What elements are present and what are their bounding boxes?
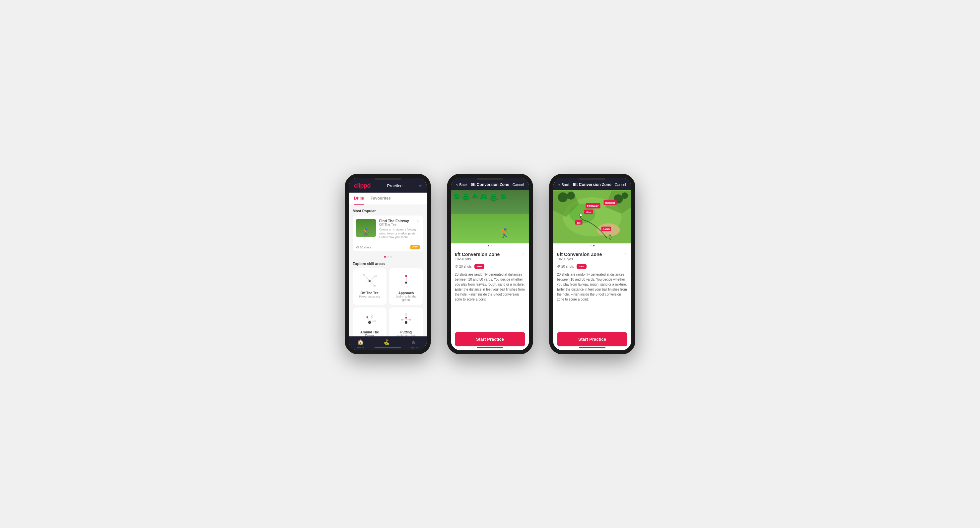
featured-drill-subtitle: Off The Tee: [379, 223, 409, 227]
drill-range-p3: 10-50 yds: [557, 257, 602, 261]
drill-description-p3: 20 shots are randomly generated at dista…: [557, 272, 627, 302]
around-green-icon-area: [360, 311, 380, 329]
shots-label: ⏱ 10 shots: [356, 246, 371, 249]
featured-drill-title: Find The Fairway: [379, 219, 409, 223]
carousel-dots: [353, 255, 423, 259]
skill-card-off-the-tee[interactable]: Off The Tee Power accuracy: [353, 268, 387, 305]
phone3-detail-content: FAIRWAY ROUGH Miss Hit SAND: [553, 190, 631, 350]
svg-line-2: [369, 276, 375, 281]
skill-name-atg: Around The Green: [356, 330, 383, 337]
svg-point-5: [375, 275, 376, 277]
nav-capture-label: Capture: [409, 346, 418, 349]
nav-home-label: Home: [357, 346, 364, 349]
svg-point-28: [558, 192, 568, 202]
drill-info: 6ft Conversion Zone 10-50 yds ☆ ⏱ 20 sho…: [451, 248, 529, 332]
skill-grid: Off The Tee Power accuracy: [353, 268, 423, 337]
off-tee-icon-area: [360, 272, 380, 290]
svg-point-17: [374, 320, 375, 322]
drill-name: 6ft Conversion Zone: [455, 252, 500, 257]
back-button[interactable]: < Back: [456, 183, 468, 187]
svg-point-20: [405, 317, 407, 319]
clock-icon-p3: ⏱: [557, 265, 560, 268]
skill-sub-approach: Dial-in to hit the green: [393, 295, 420, 301]
featured-drill-desc: Create an imaginary fairway using trees …: [379, 228, 420, 239]
svg-text:Miss: Miss: [585, 211, 592, 214]
svg-text:SAND: SAND: [603, 228, 610, 231]
cancel-button-p3[interactable]: Cancel: [615, 183, 626, 187]
featured-footer: ⏱ 10 shots OTT: [353, 243, 423, 251]
skill-name-approach: Approach: [398, 291, 414, 295]
approach-icon-area: [396, 272, 416, 290]
svg-line-1: [364, 275, 369, 281]
golfer-image: 🏌️: [499, 228, 511, 238]
img-dot-2[interactable]: [491, 245, 492, 246]
phone-1: clippd Practice ≡ Drills Favourites Most…: [345, 174, 431, 354]
capture-icon: ⊕: [411, 339, 416, 345]
skill-card-putting[interactable]: Putting Make and lag practice: [389, 308, 423, 337]
skill-card-around-green[interactable]: Around The Green Hone your short game: [353, 308, 387, 337]
skill-sub-putting: Make and lag practice: [393, 334, 420, 337]
nav-capture[interactable]: ⊕ Capture: [409, 339, 418, 349]
scene: clippd Practice ≡ Drills Favourites Most…: [331, 160, 649, 368]
menu-icon[interactable]: ≡: [419, 183, 422, 188]
svg-point-32: [579, 214, 582, 217]
dot-2[interactable]: [387, 256, 389, 258]
drill-range: 10-50 yds: [455, 257, 500, 261]
img-dot-1-p3[interactable]: [590, 245, 592, 246]
app-logo: clippd: [354, 182, 371, 189]
featured-info: Find The Fairway Off The Tee ☆ Create an…: [379, 219, 420, 239]
phone3-header-title: 6ft Conversion Zone: [573, 182, 611, 187]
favourite-star-icon[interactable]: ☆: [416, 219, 420, 228]
drill-shots: ⏱ 20 shots: [455, 265, 472, 268]
skill-name-putting: Putting: [401, 330, 412, 334]
arg-badge: ARG: [474, 264, 484, 269]
tab-favourites[interactable]: Favourites: [371, 193, 391, 204]
featured-drill-card[interactable]: 🏌️ Find The Fairway Off The Tee ☆: [353, 215, 423, 251]
drill-description: 20 shots are randomly generated at dista…: [455, 272, 525, 302]
phone-2: < Back 6ft Conversion Zone Cancel 🌲 🌲 🌲 …: [447, 174, 533, 354]
tab-drills[interactable]: Drills: [354, 193, 364, 204]
svg-point-15: [366, 316, 368, 318]
clock-icon: ⏱: [455, 265, 458, 268]
svg-point-12: [405, 275, 407, 277]
dot-3[interactable]: [390, 256, 392, 258]
svg-point-16: [371, 316, 373, 317]
arg-badge-p3: ARG: [577, 264, 587, 269]
skill-sub-ott: Power accuracy: [359, 295, 380, 298]
svg-text:🏌️: 🏌️: [607, 234, 613, 241]
phone2-header-title: 6ft Conversion Zone: [471, 182, 509, 187]
svg-point-31: [622, 192, 628, 199]
nav-home[interactable]: 🏠 Home: [357, 339, 364, 349]
practice-content: Most Popular 🏌️ Find The Fairway: [349, 205, 427, 337]
tabs-bar: Drills Favourites: [349, 193, 427, 205]
most-popular-label: Most Popular: [353, 209, 423, 213]
drill-info-p3: 6ft Conversion Zone 10-50 yds ☆ ⏱ 20 sho…: [553, 248, 631, 332]
drill-photo: 🌲 🌲 🌲 🌲 🌲 🌲 🏌️: [451, 190, 529, 243]
svg-text:ROUGH: ROUGH: [605, 202, 615, 204]
activities-icon: ⛳: [383, 339, 390, 345]
start-practice-button[interactable]: Start Practice: [455, 332, 525, 346]
phone2-detail-content: 🌲 🌲 🌲 🌲 🌲 🌲 🏌️: [451, 190, 529, 350]
cancel-button[interactable]: Cancel: [512, 183, 524, 187]
svg-text:Hit: Hit: [577, 222, 581, 225]
home-icon: 🏠: [357, 339, 364, 345]
image-dots-p3: [553, 243, 631, 248]
img-dot-1[interactable]: [488, 245, 489, 246]
drill-favourite-icon[interactable]: ☆: [522, 252, 525, 256]
drill-name-p3: 6ft Conversion Zone: [557, 252, 602, 257]
putting-icon-area: [396, 311, 416, 329]
phone-3: < Back 6ft Conversion Zone Cancel: [549, 174, 635, 354]
dot-1[interactable]: [384, 256, 386, 258]
back-button-p3[interactable]: < Back: [558, 183, 570, 187]
svg-line-3: [369, 281, 375, 286]
drill-favourite-icon-p3[interactable]: ☆: [624, 252, 627, 256]
drill-map: FAIRWAY ROUGH Miss Hit SAND: [553, 190, 631, 243]
skill-card-approach[interactable]: Approach Dial-in to hit the green: [389, 268, 423, 305]
ott-badge: OTT: [410, 245, 420, 249]
skill-name-ott: Off The Tee: [361, 291, 379, 295]
start-practice-button-p3[interactable]: Start Practice: [557, 332, 627, 346]
phone1-header: clippd Practice ≡: [349, 178, 427, 193]
img-dot-2-p3[interactable]: [593, 245, 595, 246]
drill-shots-p3: ⏱ 20 shots: [557, 265, 574, 268]
explore-label: Explore skill areas: [353, 262, 423, 266]
